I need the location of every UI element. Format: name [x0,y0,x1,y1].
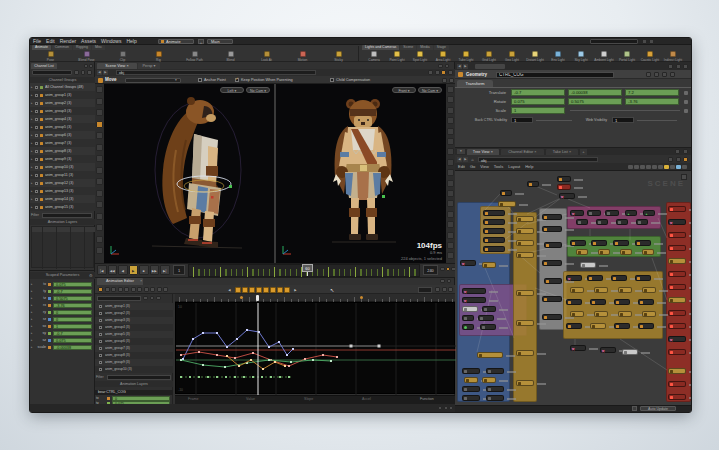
channel-group-row[interactable]: ▸anim_group2 (3) [30,99,95,107]
group-checkbox[interactable] [35,118,38,121]
network-node[interactable]: × [462,297,486,303]
shelf-tab-r0[interactable]: Lights and Cameras [362,45,399,50]
network-node[interactable] [642,249,654,255]
channel-group-row[interactable]: ▸All Channel Groups (48) [30,83,95,91]
graph-plot[interactable]: 10-10 [175,302,455,394]
network-node[interactable]: × [570,345,586,351]
key-next-icon[interactable]: ▶ [293,288,298,293]
menu-windows[interactable]: Windows [101,38,121,45]
network-node[interactable] [668,394,686,400]
channel-group-row[interactable]: ▸anim_group9 (3) [30,155,95,163]
net-fwd-icon[interactable]: ▶ [463,157,468,162]
network-node[interactable] [668,245,686,251]
translate-field-2[interactable]: 7.2 [625,89,679,96]
anim-footer-icon[interactable] [444,406,448,410]
network-node[interactable] [542,214,562,220]
shelf-tool-spot-light[interactable]: Spot Light [410,51,430,62]
anim-tool-icon[interactable] [150,287,155,292]
transport-6[interactable]: ▶| [160,265,170,275]
param-ladder-icon[interactable] [684,91,688,95]
menu-assets[interactable]: Assets [81,38,96,45]
shelf-tool-blend[interactable]: Blend [214,51,247,62]
viewport-path-icon[interactable] [435,70,440,75]
group-checkbox[interactable] [35,102,38,105]
param-pane-icon[interactable] [676,64,681,69]
tab-tree-view[interactable]: Tree View × [467,149,499,155]
shelf-tool-ambient-light[interactable]: Ambient Light [594,51,614,62]
network-node[interactable] [668,206,686,212]
rotate-field-0[interactable]: 0.075 [511,98,565,105]
param-back-icon[interactable]: ◀ [457,64,462,69]
transport-5[interactable]: ▶▶ [150,265,160,275]
viewport-tool-icon[interactable] [96,155,103,162]
channel-search-icon[interactable] [74,70,79,75]
network-node[interactable] [618,311,632,317]
scoped-channel-value[interactable]: -0.7 [53,331,92,337]
anim-group-row[interactable]: anim_group5 (3) [95,331,173,338]
anim-group-row[interactable]: anim_group2 (3) [95,310,173,317]
shelf-tool-indirect-light[interactable]: Indirect Light [663,51,683,62]
keyframe-button[interactable] [277,287,283,293]
network-node[interactable] [516,290,534,296]
anim-tool-icon[interactable] [111,287,116,292]
anim-search-icon[interactable] [150,296,155,301]
tool-option-checkbox[interactable] [330,78,334,82]
group-checkbox[interactable] [35,110,38,113]
add-desktop-button[interactable]: + [198,39,204,44]
keyframe-button[interactable] [263,287,269,293]
anim-toolbar-right-icon[interactable] [442,287,447,292]
network-node[interactable] [638,299,654,305]
anim-group-checkbox[interactable] [99,312,102,315]
network-node[interactable] [591,240,607,246]
channel-group-row[interactable]: ▸anim_group15 (3) [30,203,95,211]
anim-group-row[interactable]: anim_group4 (3) [95,324,173,331]
scoped-channel-value[interactable]: 0.5075 [53,296,92,302]
group-checkbox[interactable] [35,190,38,193]
anim-footer-icon[interactable] [449,406,453,410]
param-pane-icon[interactable] [668,64,673,69]
anim-group-row[interactable]: anim_group6 (3) [95,338,173,345]
net-menu-edit[interactable]: Edit [458,163,465,171]
param-ladder-icon[interactable] [684,100,688,104]
display-option-icon[interactable] [447,200,454,207]
menu-render[interactable]: Render [60,38,76,45]
net-back-icon[interactable]: ◀ [457,157,462,162]
shelf-tool-caustic-light[interactable]: Caustic Light [640,51,660,62]
network-node[interactable] [605,210,619,216]
rotate-field-2[interactable]: -3.76 [625,98,679,105]
display-option-icon[interactable] [447,221,454,228]
display-option-icon[interactable] [447,86,454,93]
animation-editor-tab[interactable]: Animation Editor [97,278,143,285]
graph-footer-label-2[interactable]: Slope [304,395,354,404]
display-option-icon[interactable] [447,252,454,259]
network-node[interactable] [570,287,584,293]
net-home-icon[interactable]: ⌂ [470,157,475,162]
network-node[interactable] [587,210,601,216]
vis-slider-1[interactable] [637,120,677,121]
display-option-icon[interactable] [447,190,454,197]
shelf-tool-clip[interactable]: Clip [106,51,139,62]
anim-field-a[interactable] [418,287,432,293]
network-toolbar-icon[interactable] [670,165,675,170]
network-toolbar-icon[interactable] [676,165,681,170]
tab-take-list[interactable]: Take List × [546,149,578,155]
network-node[interactable] [594,287,608,293]
pane-menu-icon[interactable]: ▾ [457,149,465,154]
network-node[interactable] [483,237,505,243]
network-node[interactable] [544,242,562,248]
ruler-playhead-handle[interactable] [256,295,259,301]
anim-group-checkbox[interactable] [99,368,102,371]
shelf-tool-camera[interactable]: Camera [364,51,384,62]
group-checkbox[interactable] [35,126,38,129]
network-node[interactable] [464,377,478,383]
anim-group-row[interactable]: anim_group7 (3) [95,345,173,352]
network-node[interactable] [668,271,686,277]
shelf-tool-look-at[interactable]: Look At [250,51,283,62]
anim-group-row[interactable]: anim_group1 (3) [95,303,173,310]
anim-tab-close-icon[interactable]: × [140,279,144,283]
anim-group-checkbox[interactable] [99,319,102,322]
network-node[interactable] [557,176,571,182]
viewport-tool-icon[interactable] [96,109,103,116]
shelf-tool-rig[interactable]: Rig [142,51,175,62]
group-checkbox[interactable] [35,134,38,137]
